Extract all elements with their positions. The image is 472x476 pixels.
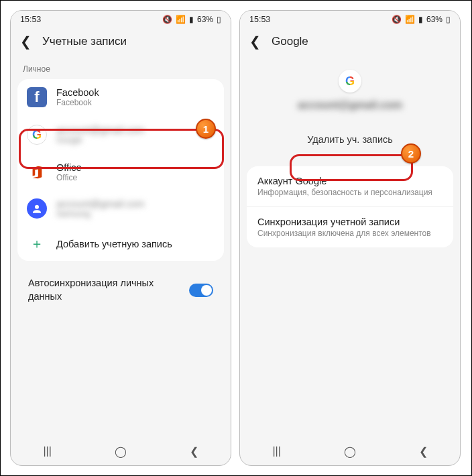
nav-back[interactable]: ❮ <box>410 445 436 458</box>
nav-recents[interactable]: ||| <box>263 445 290 457</box>
back-button[interactable]: ❮ <box>249 35 261 48</box>
nav-bar: ||| ◯ ❮ <box>240 437 460 465</box>
google-icon: G <box>27 125 47 145</box>
nav-home[interactable]: ◯ <box>107 445 134 458</box>
nav-bar: ||| ◯ ❮ <box>11 437 231 465</box>
item-title: Аккаунт Google <box>257 176 442 186</box>
account-email: account@gmail.com <box>298 99 402 111</box>
office-icon <box>27 162 47 182</box>
header: ❮ Учетные записи <box>11 28 231 62</box>
battery-icon: ▯ <box>217 15 221 24</box>
account-summary: G account@gmail.com Удалить уч. запись <box>240 62 460 160</box>
item-title: Синхронизация учетной записи <box>257 217 442 227</box>
wifi-icon: 📶 <box>176 15 186 24</box>
autosync-row[interactable]: Автосинхронизация личных данных <box>17 267 224 312</box>
callout-badge-2: 2 <box>401 143 421 164</box>
mute-icon: 🔇 <box>162 15 172 24</box>
account-row-samsung[interactable]: account@gmail.com Samsung <box>17 190 224 227</box>
account-title: Facebook <box>56 87 215 98</box>
status-icons: 🔇 📶 ▮ 63% ▯ <box>162 15 221 24</box>
autosync-toggle[interactable] <box>189 284 213 297</box>
page-title: Google <box>272 35 308 48</box>
back-button[interactable]: ❮ <box>20 35 32 48</box>
status-time: 15:53 <box>20 15 41 24</box>
account-title: Office <box>56 162 215 173</box>
header: ❮ Google <box>240 28 460 62</box>
add-account-label: Добавить учетную запись <box>56 239 172 249</box>
section-label: Личное <box>11 62 231 79</box>
battery-text: 63% <box>426 15 442 24</box>
status-time: 15:53 <box>249 15 270 24</box>
phone-accounts: 15:53 🔇 📶 ▮ 63% ▯ ❮ Учетные записи Лично… <box>10 10 231 466</box>
signal-icon: ▮ <box>189 15 194 24</box>
account-sub: Office <box>56 173 215 182</box>
add-account-row[interactable]: ＋ Добавить учетную запись <box>17 227 224 261</box>
callout-badge-1: 1 <box>196 119 216 139</box>
mute-icon: 🔇 <box>392 15 402 24</box>
remove-account-button[interactable]: Удалить уч. запись <box>298 129 402 150</box>
signal-icon: ▮ <box>418 15 423 24</box>
status-icons: 🔇 📶 ▮ 63% ▯ <box>392 15 451 24</box>
google-icon: G <box>339 70 361 93</box>
nav-home[interactable]: ◯ <box>337 445 363 458</box>
facebook-icon: f <box>27 87 47 107</box>
options-card: Аккаунт Google Информация, безопасность … <box>247 166 453 247</box>
plus-icon: ＋ <box>27 235 47 253</box>
account-row-facebook[interactable]: f Facebook Facebook <box>17 79 224 115</box>
account-sync[interactable]: Синхронизация учетной записи Синхронизац… <box>247 206 453 247</box>
account-sub: Google <box>56 135 215 145</box>
phone-google-account: 15:53 🔇 📶 ▮ 63% ▯ ❮ Google G account@gma… <box>239 10 461 466</box>
item-sub: Информация, безопасность и персонализаци… <box>257 188 442 197</box>
account-row-google[interactable]: G account@gmail.com Google <box>17 115 224 154</box>
accounts-card: f Facebook Facebook G account@gmail.com … <box>17 79 224 261</box>
wifi-icon: 📶 <box>405 15 415 24</box>
page-title: Учетные записи <box>42 35 127 48</box>
account-sub: Facebook <box>56 98 215 107</box>
nav-recents[interactable]: ||| <box>34 445 61 457</box>
battery-text: 63% <box>197 15 213 24</box>
account-title: account@gmail.com <box>56 125 215 135</box>
google-account-settings[interactable]: Аккаунт Google Информация, безопасность … <box>247 166 453 206</box>
account-row-office[interactable]: Office Office <box>17 154 224 190</box>
item-sub: Синхронизация включена для всех элементо… <box>257 229 442 238</box>
status-bar: 15:53 🔇 📶 ▮ 63% ▯ <box>11 11 231 28</box>
autosync-label: Автосинхронизация личных данных <box>28 277 182 303</box>
nav-back[interactable]: ❮ <box>180 445 207 458</box>
samsung-account-icon <box>27 198 47 219</box>
svg-point-0 <box>35 205 39 209</box>
status-bar: 15:53 🔇 📶 ▮ 63% ▯ <box>240 11 460 28</box>
battery-icon: ▯ <box>446 15 451 24</box>
account-title: account@gmail.com <box>56 198 215 209</box>
account-sub: Samsung <box>56 209 215 219</box>
